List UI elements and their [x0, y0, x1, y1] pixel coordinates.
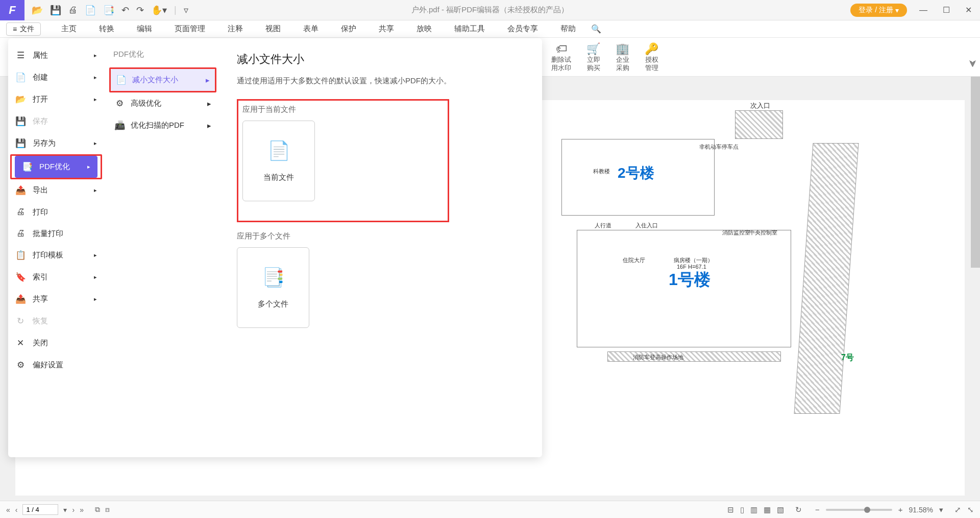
scrollbar-thumb[interactable]	[971, 77, 980, 268]
rotate-icon[interactable]: ↻	[795, 505, 802, 514]
multi-file-label: 多个文件	[258, 299, 288, 309]
ribbon-enterprise[interactable]: 🏢企业采购	[616, 42, 629, 72]
open-icon[interactable]: 📂	[32, 5, 43, 16]
watermark-icon: 🏷	[556, 42, 567, 56]
menu-annotate[interactable]: 注释	[216, 24, 254, 34]
insert-icon[interactable]: ⧈	[105, 505, 110, 514]
chevron-right-icon: ▸	[94, 274, 97, 280]
next-page-button[interactable]: ›	[72, 506, 75, 514]
file-menu-button[interactable]: ≡文件	[6, 22, 41, 36]
titlebar: F 📂 💾 🖨 📄 📑 ↶ ↷ ✋▾ | ▿ 户外.pdf - 福昕PDF编辑器…	[0, 0, 980, 20]
zoom-slider[interactable]	[826, 509, 892, 511]
zoom-out-button[interactable]: −	[815, 505, 820, 514]
fit-width-icon[interactable]: ⤢	[954, 505, 961, 514]
menu-item-label: 偏好设置	[33, 360, 63, 370]
maximize-button[interactable]: ☐	[940, 5, 953, 15]
menu-home[interactable]: 主页	[50, 24, 88, 34]
map-hatched-strip	[794, 143, 859, 414]
map-label-ruyuan: 入住入口	[635, 222, 658, 229]
facing-icon[interactable]: ▦	[764, 505, 771, 514]
menu-protect[interactable]: 保护	[330, 24, 368, 34]
menu-item-icon: ⚙	[15, 360, 26, 370]
optimize-submenu-item-0[interactable]: 📄减小文件大小▸	[111, 69, 215, 91]
chevron-right-icon: ▸	[94, 96, 97, 103]
menu-share[interactable]: 共享	[368, 24, 405, 34]
menu-view[interactable]: 视图	[254, 24, 292, 34]
file-menu-item-7[interactable]: 🖨打印	[8, 201, 104, 223]
menu-item-icon: 🖨	[15, 228, 26, 239]
first-page-button[interactable]: «	[6, 506, 10, 514]
page-dup-icon[interactable]: 📑	[103, 5, 114, 16]
file-menu-item-0[interactable]: ☰属性▸	[8, 44, 104, 66]
multi-file-card[interactable]: 📑 多个文件	[237, 247, 309, 328]
fit-page-icon[interactable]: ⤡	[967, 505, 974, 514]
search-icon[interactable]: 🔍	[591, 24, 601, 34]
facing-continuous-icon[interactable]: ▧	[777, 505, 784, 514]
menu-edit[interactable]: 编辑	[126, 24, 163, 34]
collapse-ribbon-icon[interactable]: ⮟	[969, 59, 977, 68]
page-add-icon[interactable]: 📄	[85, 5, 96, 16]
single-page-icon[interactable]: ▯	[740, 505, 744, 514]
section-current-file: 应用于当前文件	[242, 105, 315, 114]
prev-page-button[interactable]: ‹	[15, 506, 18, 514]
menu-present[interactable]: 放映	[405, 24, 443, 34]
continuous-icon[interactable]: ▥	[750, 505, 757, 514]
chevron-right-icon: ▸	[206, 76, 210, 85]
file-menu-item-2[interactable]: 📂打开▸	[8, 88, 104, 110]
file-menu-item-9[interactable]: 📋打印模板▸	[8, 244, 104, 266]
extract-icon[interactable]: ⧉	[95, 505, 100, 514]
file-menu-item-11[interactable]: 📤共享▸	[8, 288, 104, 310]
file-menu-item-8[interactable]: 🖨批量打印	[8, 223, 104, 244]
map-hatched-entrance	[735, 110, 783, 139]
redo-icon[interactable]: ↷	[136, 5, 144, 16]
save-icon[interactable]: 💾	[50, 5, 61, 16]
menu-convert[interactable]: 转换	[88, 24, 126, 34]
current-file-card[interactable]: 📄 当前文件	[242, 121, 315, 201]
minimize-button[interactable]: —	[916, 6, 930, 15]
optimize-submenu-item-2[interactable]: 📠优化扫描的PDF▸	[109, 114, 216, 136]
ribbon-license[interactable]: 🔑授权管理	[645, 42, 658, 72]
menu-accessibility[interactable]: 辅助工具	[443, 24, 496, 34]
page-dropdown-icon[interactable]: ▾	[63, 506, 67, 514]
page-input[interactable]	[22, 504, 58, 515]
building-icon: 🏢	[616, 42, 629, 56]
chevron-right-icon: ▸	[94, 296, 97, 302]
menu-page-manage[interactable]: 页面管理	[163, 24, 216, 34]
menu-vip[interactable]: 会员专享	[496, 24, 549, 34]
menu-help[interactable]: 帮助	[549, 24, 587, 34]
reflow-icon[interactable]: ⊟	[727, 505, 734, 514]
map-label-zhongyang: 中央控制室	[749, 229, 777, 237]
file-menu-item-1[interactable]: 📄创建▸	[8, 66, 104, 88]
file-menu-item-14[interactable]: ⚙偏好设置	[8, 354, 104, 376]
zoom-in-button[interactable]: +	[898, 505, 903, 514]
menu-form[interactable]: 表单	[292, 24, 330, 34]
map-label-ward: 病房楼（一期）	[674, 256, 713, 264]
qat-dropdown-icon[interactable]: ▿	[184, 5, 188, 16]
login-button[interactable]: 登录 / 注册▾	[850, 4, 907, 17]
print-icon[interactable]: 🖨	[68, 5, 78, 15]
close-button[interactable]: ✕	[962, 5, 975, 15]
file-menu-item-10[interactable]: 🔖索引▸	[8, 266, 104, 288]
file-menu-item-4[interactable]: 💾另存为▸	[8, 132, 104, 154]
chevron-right-icon: ▸	[94, 74, 97, 81]
file-menu-item-6[interactable]: 📤导出▸	[8, 179, 104, 201]
chevron-right-icon: ▸	[94, 140, 97, 147]
hand-icon[interactable]: ✋▾	[151, 5, 167, 16]
file-menu-item-13[interactable]: ✕关闭	[8, 332, 104, 354]
menu-item-icon: 💾	[15, 138, 26, 149]
zoom-dropdown-icon[interactable]: ▾	[939, 505, 943, 514]
menu-item-label: 打印	[33, 207, 48, 217]
undo-icon[interactable]: ↶	[121, 5, 129, 16]
ribbon-remove-watermark[interactable]: 🏷删除试用水印	[551, 42, 571, 72]
optimize-submenu-item-1[interactable]: ⚙高级优化▸	[109, 92, 216, 114]
menu-item-icon: ☰	[15, 50, 26, 61]
vertical-scrollbar[interactable]	[971, 77, 980, 501]
zoom-slider-thumb[interactable]	[864, 507, 870, 513]
divider-icon: |	[174, 5, 177, 15]
file-menu-item-5[interactable]: 📑PDF优化▸	[15, 156, 97, 178]
map-label-fire: 消防车登高操作场地	[633, 354, 683, 361]
last-page-button[interactable]: »	[80, 506, 84, 514]
page-navigation: « ‹ ▾ › » ⧉ ⧈	[6, 504, 110, 515]
ribbon-buy-now[interactable]: 🛒立即购买	[586, 42, 600, 72]
menu-item-icon: ✕	[15, 338, 26, 348]
